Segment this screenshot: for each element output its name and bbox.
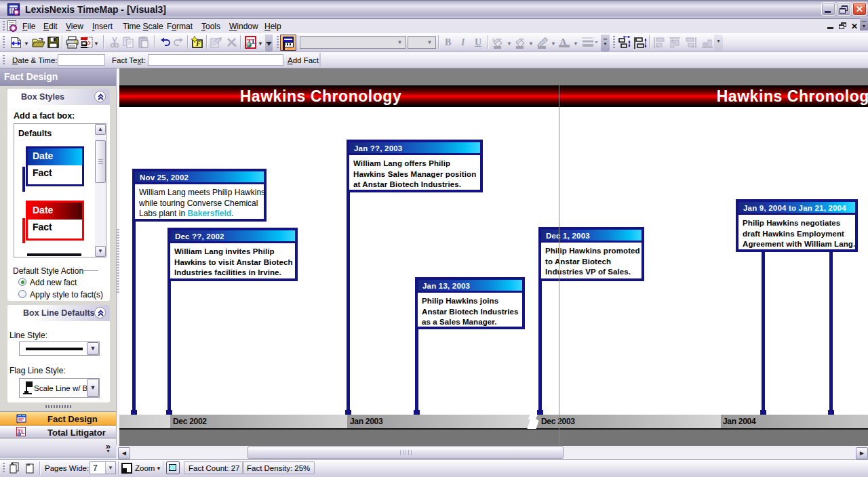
svg-text:D: D — [492, 38, 496, 42]
svg-text:F: F — [195, 40, 201, 47]
